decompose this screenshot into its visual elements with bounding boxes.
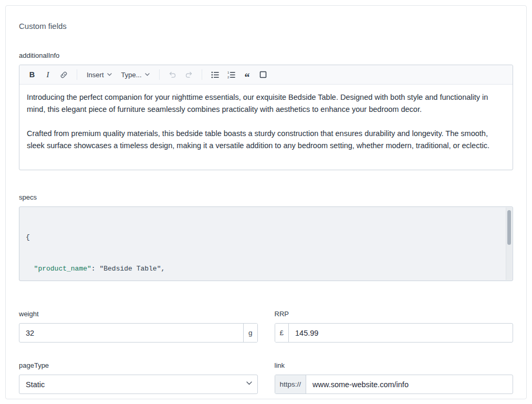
- undo-button[interactable]: [165, 67, 180, 82]
- specs-label: specs: [19, 193, 513, 201]
- field-weight: weight g: [19, 310, 258, 343]
- type-menu-label: Type...: [121, 71, 142, 79]
- bulleted-list-icon: [211, 70, 220, 79]
- scrollbar-thumb[interactable]: [507, 210, 511, 245]
- insert-menu-label: Insert: [87, 71, 104, 79]
- page-type-label: pageType: [19, 361, 258, 369]
- link-icon: [59, 70, 68, 79]
- redo-button[interactable]: [181, 67, 196, 82]
- rich-text-paragraph: Crafted from premium quality materials, …: [27, 128, 505, 152]
- toolbar-divider: [202, 69, 202, 80]
- code-line: "product_name": "Bedside Table",: [26, 264, 499, 274]
- additional-info-label: additionalInfo: [19, 51, 513, 59]
- chevron-down-icon: [107, 73, 112, 76]
- field-row-pagetype-link: pageType Static link https://: [19, 361, 513, 394]
- blockquote-icon: “: [245, 75, 250, 80]
- chevron-down-icon: [145, 73, 150, 76]
- rrp-control: £: [275, 323, 514, 343]
- field-additional-info: additionalInfo B I Insert Type...: [19, 51, 513, 170]
- weight-unit-suffix: g: [243, 324, 257, 342]
- rich-text-paragraph: Introducing the perfect companion for yo…: [27, 91, 505, 116]
- rrp-currency-prefix: £: [275, 324, 289, 342]
- square-outline-icon: [259, 71, 267, 78]
- redo-icon: [184, 70, 193, 79]
- link-protocol-prefix: https://: [275, 375, 307, 393]
- field-row-weight-rrp: weight g RRP £: [19, 310, 513, 343]
- scrollbar-track[interactable]: [506, 208, 512, 280]
- type-menu-button[interactable]: Type...: [117, 67, 154, 82]
- link-control: https://: [275, 375, 514, 394]
- rich-text-editor: B I Insert Type...: [19, 65, 513, 170]
- blockquote-button[interactable]: “: [240, 67, 255, 82]
- panel-title: Custom fields: [19, 22, 513, 30]
- rrp-label: RRP: [275, 310, 514, 318]
- undo-icon: [168, 70, 177, 79]
- field-link: link https://: [275, 361, 514, 394]
- link-label: link: [275, 361, 514, 369]
- svg-text:2: 2: [227, 75, 229, 79]
- code-content: { "product_name": "Bedside Table", "mate…: [19, 207, 513, 281]
- link-button[interactable]: [56, 67, 71, 82]
- field-specs: specs { "product_name": "Bedside Table",…: [19, 193, 513, 281]
- custom-fields-panel: Custom fields additionalInfo B I Insert: [5, 5, 527, 399]
- weight-label: weight: [19, 310, 258, 318]
- italic-button[interactable]: I: [40, 67, 55, 82]
- insert-menu-button[interactable]: Insert: [82, 67, 116, 82]
- rte-toolbar: B I Insert Type...: [19, 65, 513, 85]
- code-line: {: [26, 232, 499, 243]
- weight-control: g: [19, 323, 258, 343]
- numbered-list-icon: 1 2: [227, 70, 236, 79]
- svg-text:1: 1: [227, 70, 229, 74]
- block-object-button[interactable]: [256, 67, 270, 82]
- toolbar-divider: [77, 69, 77, 80]
- toolbar-divider: [159, 69, 160, 80]
- numbered-list-button[interactable]: 1 2: [224, 67, 239, 82]
- field-page-type: pageType Static: [19, 361, 258, 394]
- rrp-input[interactable]: [289, 324, 513, 342]
- bold-button[interactable]: B: [25, 67, 39, 82]
- weight-input[interactable]: [19, 324, 243, 342]
- rte-content[interactable]: Introducing the perfect companion for yo…: [19, 85, 513, 170]
- link-input[interactable]: [306, 375, 513, 393]
- bulleted-list-button[interactable]: [207, 67, 223, 82]
- code-editor[interactable]: { "product_name": "Bedside Table", "mate…: [19, 206, 513, 281]
- field-rrp: RRP £: [275, 310, 514, 343]
- page-type-select[interactable]: Static: [19, 375, 258, 394]
- page-type-select-wrap: Static: [19, 375, 258, 394]
